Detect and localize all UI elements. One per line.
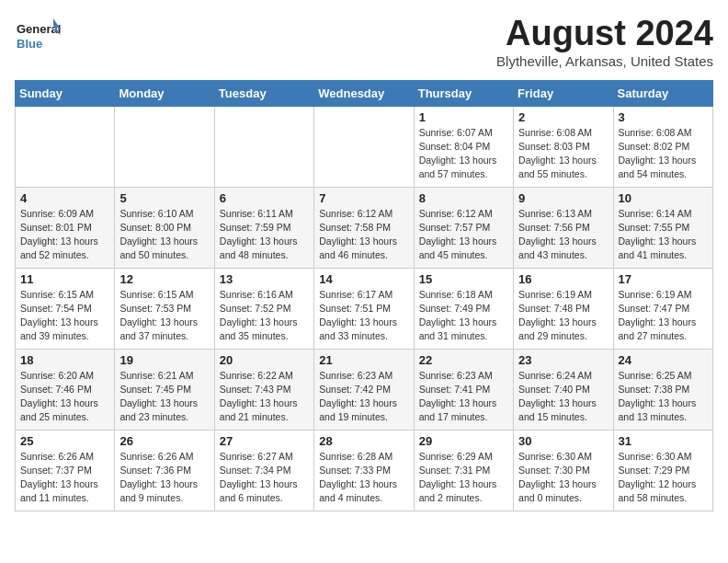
day-number: 29 xyxy=(419,434,508,448)
day-number: 13 xyxy=(220,272,309,286)
header-tuesday: Tuesday xyxy=(214,80,313,106)
calendar-cell: 26Sunrise: 6:26 AM Sunset: 7:36 PM Dayli… xyxy=(115,430,214,511)
day-info: Sunrise: 6:13 AM Sunset: 7:56 PM Dayligh… xyxy=(518,207,608,263)
calendar-cell: 4Sunrise: 6:09 AM Sunset: 8:01 PM Daylig… xyxy=(16,187,115,268)
logo: General Blue xyxy=(15,15,61,55)
calendar-cell: 14Sunrise: 6:17 AM Sunset: 7:51 PM Dayli… xyxy=(314,268,414,349)
calendar-cell: 21Sunrise: 6:23 AM Sunset: 7:42 PM Dayli… xyxy=(314,349,414,430)
day-number: 15 xyxy=(419,272,508,286)
day-info: Sunrise: 6:27 AM Sunset: 7:34 PM Dayligh… xyxy=(220,450,309,506)
day-number: 4 xyxy=(20,191,109,205)
calendar-cell: 2Sunrise: 6:08 AM Sunset: 8:03 PM Daylig… xyxy=(514,106,613,187)
day-info: Sunrise: 6:11 AM Sunset: 7:59 PM Dayligh… xyxy=(220,207,309,263)
calendar-cell: 27Sunrise: 6:27 AM Sunset: 7:34 PM Dayli… xyxy=(214,430,313,511)
calendar-cell: 9Sunrise: 6:13 AM Sunset: 7:56 PM Daylig… xyxy=(514,187,613,268)
calendar-cell: 6Sunrise: 6:11 AM Sunset: 7:59 PM Daylig… xyxy=(214,187,313,268)
month-year-title: August 2024 xyxy=(496,15,713,53)
calendar-table: SundayMondayTuesdayWednesdayThursdayFrid… xyxy=(15,80,713,511)
day-number: 24 xyxy=(619,353,708,367)
day-number: 17 xyxy=(619,272,708,286)
day-number: 26 xyxy=(119,434,209,448)
header-friday: Friday xyxy=(514,80,613,106)
day-number: 1 xyxy=(419,110,508,124)
day-info: Sunrise: 6:19 AM Sunset: 7:47 PM Dayligh… xyxy=(619,288,708,344)
day-number: 18 xyxy=(20,353,109,367)
calendar-cell: 25Sunrise: 6:26 AM Sunset: 7:37 PM Dayli… xyxy=(16,430,115,511)
day-info: Sunrise: 6:29 AM Sunset: 7:31 PM Dayligh… xyxy=(419,450,508,506)
calendar-cell: 31Sunrise: 6:30 AM Sunset: 7:29 PM Dayli… xyxy=(613,430,712,511)
calendar-cell: 18Sunrise: 6:20 AM Sunset: 7:46 PM Dayli… xyxy=(16,349,115,430)
calendar-cell: 30Sunrise: 6:30 AM Sunset: 7:30 PM Dayli… xyxy=(514,430,613,511)
title-block: August 2024 Blytheville, Arkansas, Unite… xyxy=(496,15,713,69)
day-info: Sunrise: 6:08 AM Sunset: 8:02 PM Dayligh… xyxy=(619,126,708,182)
day-info: Sunrise: 6:16 AM Sunset: 7:52 PM Dayligh… xyxy=(220,288,309,344)
location-subtitle: Blytheville, Arkansas, United States xyxy=(496,53,713,69)
page-header: General Blue August 2024 Blytheville, Ar… xyxy=(15,15,713,69)
day-info: Sunrise: 6:15 AM Sunset: 7:53 PM Dayligh… xyxy=(119,288,209,344)
calendar-cell: 22Sunrise: 6:23 AM Sunset: 7:41 PM Dayli… xyxy=(414,349,513,430)
week-row-4: 18Sunrise: 6:20 AM Sunset: 7:46 PM Dayli… xyxy=(16,349,713,430)
day-info: Sunrise: 6:10 AM Sunset: 8:00 PM Dayligh… xyxy=(119,207,209,263)
calendar-cell: 7Sunrise: 6:12 AM Sunset: 7:58 PM Daylig… xyxy=(314,187,414,268)
calendar-cell: 10Sunrise: 6:14 AM Sunset: 7:55 PM Dayli… xyxy=(613,187,712,268)
day-info: Sunrise: 6:12 AM Sunset: 7:57 PM Dayligh… xyxy=(419,207,508,263)
day-number: 16 xyxy=(518,272,608,286)
calendar-cell: 1Sunrise: 6:07 AM Sunset: 8:04 PM Daylig… xyxy=(414,106,513,187)
calendar-header-row: SundayMondayTuesdayWednesdayThursdayFrid… xyxy=(16,80,713,106)
day-info: Sunrise: 6:22 AM Sunset: 7:43 PM Dayligh… xyxy=(220,369,309,425)
day-info: Sunrise: 6:23 AM Sunset: 7:42 PM Dayligh… xyxy=(319,369,408,425)
day-number: 25 xyxy=(20,434,109,448)
week-row-1: 1Sunrise: 6:07 AM Sunset: 8:04 PM Daylig… xyxy=(16,106,713,187)
calendar-cell xyxy=(314,106,414,187)
day-number: 2 xyxy=(518,110,608,124)
logo-svg: General Blue xyxy=(15,15,61,55)
header-thursday: Thursday xyxy=(414,80,513,106)
calendar-cell: 11Sunrise: 6:15 AM Sunset: 7:54 PM Dayli… xyxy=(16,268,115,349)
svg-text:Blue: Blue xyxy=(17,37,42,51)
calendar-cell: 19Sunrise: 6:21 AM Sunset: 7:45 PM Dayli… xyxy=(115,349,214,430)
header-sunday: Sunday xyxy=(16,80,115,106)
calendar-cell: 8Sunrise: 6:12 AM Sunset: 7:57 PM Daylig… xyxy=(414,187,513,268)
day-info: Sunrise: 6:20 AM Sunset: 7:46 PM Dayligh… xyxy=(20,369,109,425)
calendar-cell: 5Sunrise: 6:10 AM Sunset: 8:00 PM Daylig… xyxy=(115,187,214,268)
day-number: 6 xyxy=(220,191,309,205)
calendar-cell xyxy=(214,106,313,187)
day-info: Sunrise: 6:30 AM Sunset: 7:29 PM Dayligh… xyxy=(619,450,708,506)
week-row-2: 4Sunrise: 6:09 AM Sunset: 8:01 PM Daylig… xyxy=(16,187,713,268)
day-number: 11 xyxy=(20,272,109,286)
day-number: 10 xyxy=(619,191,708,205)
day-info: Sunrise: 6:25 AM Sunset: 7:38 PM Dayligh… xyxy=(619,369,708,425)
calendar-cell: 16Sunrise: 6:19 AM Sunset: 7:48 PM Dayli… xyxy=(514,268,613,349)
day-number: 27 xyxy=(220,434,309,448)
calendar-cell: 28Sunrise: 6:28 AM Sunset: 7:33 PM Dayli… xyxy=(314,430,414,511)
day-info: Sunrise: 6:09 AM Sunset: 8:01 PM Dayligh… xyxy=(20,207,109,263)
calendar-cell: 23Sunrise: 6:24 AM Sunset: 7:40 PM Dayli… xyxy=(514,349,613,430)
day-number: 28 xyxy=(319,434,408,448)
calendar-cell: 3Sunrise: 6:08 AM Sunset: 8:02 PM Daylig… xyxy=(613,106,712,187)
day-info: Sunrise: 6:21 AM Sunset: 7:45 PM Dayligh… xyxy=(119,369,209,425)
calendar-cell: 13Sunrise: 6:16 AM Sunset: 7:52 PM Dayli… xyxy=(214,268,313,349)
day-info: Sunrise: 6:08 AM Sunset: 8:03 PM Dayligh… xyxy=(518,126,608,182)
day-number: 23 xyxy=(518,353,608,367)
calendar-cell xyxy=(16,106,115,187)
week-row-5: 25Sunrise: 6:26 AM Sunset: 7:37 PM Dayli… xyxy=(16,430,713,511)
day-number: 7 xyxy=(319,191,408,205)
day-number: 12 xyxy=(119,272,209,286)
calendar-cell: 20Sunrise: 6:22 AM Sunset: 7:43 PM Dayli… xyxy=(214,349,313,430)
day-info: Sunrise: 6:19 AM Sunset: 7:48 PM Dayligh… xyxy=(518,288,608,344)
day-info: Sunrise: 6:12 AM Sunset: 7:58 PM Dayligh… xyxy=(319,207,408,263)
day-info: Sunrise: 6:26 AM Sunset: 7:36 PM Dayligh… xyxy=(119,450,209,506)
day-number: 5 xyxy=(119,191,209,205)
calendar-cell xyxy=(115,106,214,187)
day-info: Sunrise: 6:26 AM Sunset: 7:37 PM Dayligh… xyxy=(20,450,109,506)
day-number: 3 xyxy=(619,110,708,124)
calendar-cell: 29Sunrise: 6:29 AM Sunset: 7:31 PM Dayli… xyxy=(414,430,513,511)
calendar-cell: 24Sunrise: 6:25 AM Sunset: 7:38 PM Dayli… xyxy=(613,349,712,430)
day-number: 21 xyxy=(319,353,408,367)
day-number: 8 xyxy=(419,191,508,205)
day-info: Sunrise: 6:07 AM Sunset: 8:04 PM Dayligh… xyxy=(419,126,508,182)
day-number: 19 xyxy=(119,353,209,367)
calendar-cell: 17Sunrise: 6:19 AM Sunset: 7:47 PM Dayli… xyxy=(613,268,712,349)
day-info: Sunrise: 6:28 AM Sunset: 7:33 PM Dayligh… xyxy=(319,450,408,506)
day-info: Sunrise: 6:24 AM Sunset: 7:40 PM Dayligh… xyxy=(518,369,608,425)
